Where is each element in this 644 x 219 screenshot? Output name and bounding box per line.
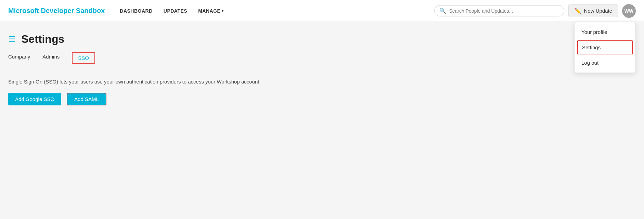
header-right: 🔍 ✏️ New Update WW — [434, 4, 636, 18]
dropdown-item-profile[interactable]: Your profile — [575, 25, 635, 39]
page-content: ☰ Settings Company Admins SSO Single Sig… — [0, 22, 644, 119]
sso-description: Single Sign On (SSO) lets your users use… — [8, 79, 636, 85]
search-icon: 🔍 — [439, 8, 446, 14]
settings-header: ☰ Settings — [0, 22, 644, 46]
sso-buttons: Add Google SSO Add SAML — [8, 93, 636, 105]
chevron-down-icon: ▾ — [222, 9, 224, 13]
dropdown-item-logout[interactable]: Log out — [575, 56, 635, 70]
nav-updates[interactable]: UPDATES — [159, 5, 191, 16]
avatar[interactable]: WW — [622, 4, 636, 18]
tab-admins[interactable]: Admins — [42, 51, 66, 65]
user-dropdown-menu: Your profile Settings Log out — [574, 22, 636, 73]
add-google-sso-button[interactable]: Add Google SSO — [8, 93, 61, 105]
sso-content: Single Sign On (SSO) lets your users use… — [0, 65, 644, 119]
search-box[interactable]: 🔍 — [434, 5, 564, 16]
new-update-button[interactable]: ✏️ New Update — [568, 4, 618, 17]
main-nav: DASHBOARD UPDATES MANAGE ▾ — [116, 5, 434, 16]
tab-company[interactable]: Company — [8, 51, 37, 65]
tab-sso[interactable]: SSO — [72, 52, 95, 64]
nav-dashboard[interactable]: DASHBOARD — [116, 5, 157, 16]
pencil-icon: ✏️ — [574, 8, 581, 14]
settings-tabs: Company Admins SSO — [0, 46, 644, 65]
nav-manage[interactable]: MANAGE ▾ — [194, 5, 228, 16]
app-header: Microsoft Developer Sandbox DASHBOARD UP… — [0, 0, 644, 22]
page-title: Settings — [21, 33, 64, 46]
search-input[interactable] — [449, 8, 559, 14]
dropdown-item-settings[interactable]: Settings — [577, 40, 633, 54]
settings-icon: ☰ — [8, 35, 16, 44]
add-saml-button[interactable]: Add SAML — [67, 93, 106, 105]
brand-logo[interactable]: Microsoft Developer Sandbox — [8, 7, 105, 15]
